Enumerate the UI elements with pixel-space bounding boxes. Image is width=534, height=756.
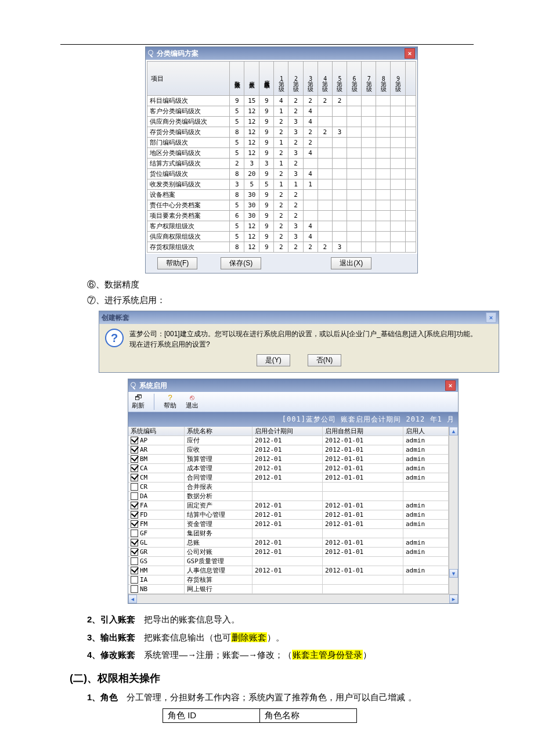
table-row: 责任中心分类档案530922 (147, 200, 416, 211)
section-heading: (二)、权限相关操作 (70, 671, 505, 685)
checkbox[interactable] (131, 557, 138, 565)
table-row: 存货分类编码级次812923223 (147, 127, 416, 138)
checkbox[interactable] (131, 465, 138, 472)
checkbox[interactable] (131, 492, 138, 500)
table-row: GL总账2012-012012-01-01admin (128, 538, 449, 548)
search-icon (148, 50, 155, 57)
exit-button[interactable]: 退出(X) (331, 257, 371, 269)
table-row: 项目要素分类档案630922 (147, 211, 416, 221)
table-row: 客户分类编码级次5129124 (147, 106, 416, 117)
table-row: 结算方式编码级次23312 (147, 159, 416, 169)
col-user: 启用人 (403, 427, 449, 436)
exit-button[interactable]: ⎋退出 (186, 394, 199, 410)
checkbox[interactable] (131, 548, 138, 556)
checkbox[interactable] (131, 455, 138, 463)
table-row: AP应付2012-012012-01-01admin (128, 436, 449, 445)
checkbox[interactable] (131, 502, 138, 509)
checkbox[interactable] (131, 576, 138, 584)
coding-scheme-window: 分类编码方案 × 项目 最大级数 最大长度 单级最大长度 第1级 第2级 第3级… (145, 46, 418, 273)
col-natdate: 启用自然日期 (323, 427, 403, 436)
close-icon[interactable]: × (445, 380, 456, 391)
table-row: DA数据分析 (128, 492, 449, 501)
table-row: BM预算管理2012-012012-01-01admin (128, 455, 449, 464)
table-row: 供应商权限组级次5129234 (147, 232, 416, 242)
dialog-message: 蓝梦公司：[001]建立成功。您可以现在进行系统启用的设置，或以后从[企业门户_… (129, 329, 477, 350)
table-row: FA固定资产2012-012012-01-01admin (128, 501, 449, 510)
help-button[interactable]: ?帮助 (164, 394, 176, 410)
scroll-left-icon[interactable]: ◄ (128, 595, 137, 603)
titlebar: 分类编码方案 × (146, 47, 417, 60)
col-max-levels: 最大级数 (230, 62, 244, 96)
checkbox[interactable] (131, 530, 138, 537)
col-max-length: 最大长度 (244, 62, 259, 96)
save-button[interactable]: 保存(S) (221, 257, 261, 269)
roles-table: 角色 ID角色名称 (163, 708, 357, 723)
close-icon[interactable]: × (405, 48, 415, 59)
bullet-6: ⑥、数据精度 (87, 279, 505, 290)
table-row: 地区分类编码级次5129234 (147, 148, 416, 159)
window-title: 系统启用 (139, 381, 167, 391)
table-row: 设备档案830922 (147, 190, 416, 200)
dialog-title: 创建帐套 (102, 313, 129, 323)
table-row: GF集团财务 (128, 529, 449, 538)
no-button[interactable]: 否(N) (308, 354, 342, 366)
checkbox[interactable] (131, 446, 138, 453)
table-row: CM合同管理2012-012012-01-01admin (128, 473, 449, 483)
table-row: FD结算中心管理2012-012012-01-01admin (128, 510, 449, 520)
button-row: 帮助(F) 保存(S) 退出(X) (146, 254, 417, 273)
checkbox[interactable] (131, 511, 138, 519)
search-icon (131, 382, 138, 389)
checkbox[interactable] (131, 474, 138, 481)
col-project: 项目 (147, 62, 230, 96)
table-row: 部门编码级次5129122 (147, 138, 416, 148)
table-row: GR公司对账2012-012012-01-01admin (128, 548, 449, 557)
table-row: CA成本管理2012-012012-01-01admin (128, 464, 449, 473)
checkbox[interactable] (131, 539, 138, 546)
table-row: CR合并报表 (128, 483, 449, 492)
subtitle: [001]蓝梦公司 账套启用会计期间 2012 年1 月 (128, 412, 458, 427)
table-row: GSGSP质量管理 (128, 557, 449, 566)
checkbox[interactable] (131, 520, 138, 528)
bullet-7: ⑦、进行系统启用： (87, 295, 505, 306)
table-row: 供应商分类编码级次5129234 (147, 117, 416, 127)
system-enable-window: 系统启用 × 🗗刷新 ?帮助 ⎋退出 [001]蓝梦公司 账套启用会计期间 20… (128, 379, 459, 604)
checkbox[interactable] (131, 483, 138, 491)
system-list: 系统编码 系统名称 启用会计期间 启用自然日期 启用人 AP应付2012-012… (128, 427, 449, 594)
table-row: 科目编码级次915942222 (147, 96, 416, 106)
table-row: 收发类别编码级次355111 (147, 179, 416, 190)
checkbox[interactable] (131, 437, 138, 444)
checkbox[interactable] (131, 585, 138, 593)
yes-button[interactable]: 是(Y) (257, 354, 290, 366)
toolbar: 🗗刷新 ?帮助 ⎋退出 (128, 392, 458, 412)
note-4: 4、修改账套 系统管理—→注册；账套—→修改；（账套主管身份登录） (87, 649, 505, 662)
scrollbar-horizontal[interactable]: ◄ ► (128, 594, 458, 603)
table-row: AR应收2012-012012-01-01admin (128, 445, 449, 455)
checkbox[interactable] (131, 567, 138, 574)
scroll-down-icon[interactable]: ▼ (449, 569, 458, 578)
close-icon[interactable]: × (486, 312, 496, 323)
question-icon: ? (105, 329, 124, 347)
table-row: NB网上银行 (128, 585, 449, 594)
note-2: 2、引入账套 把导出的账套信息导入。 (87, 613, 505, 627)
col-period: 启用会计期间 (252, 427, 323, 436)
confirm-dialog: 创建帐套 × ? 蓝梦公司：[001]建立成功。您可以现在进行系统启用的设置，或… (99, 311, 499, 373)
scroll-right-icon[interactable]: ► (449, 595, 458, 603)
table-row: HM人事信息管理2012-012012-01-01admin (128, 566, 449, 575)
refresh-button[interactable]: 🗗刷新 (132, 394, 145, 410)
role-note: 1、角色 分工管理，分担财务工作内容；系统内置了推荐角色，用户可以自己增减 。 (87, 691, 505, 704)
scrollbar-vertical[interactable]: ▲ ▼ (449, 427, 458, 594)
help-icon: ? (168, 394, 172, 401)
col-code: 系统编码 (128, 427, 185, 436)
table-row: 客户权限组级次5129234 (147, 221, 416, 232)
table-row: FM资金管理2012-012012-01-01admin (128, 520, 449, 529)
refresh-icon: 🗗 (135, 394, 142, 401)
col-single-max: 单级最大长度 (259, 62, 274, 96)
help-button[interactable]: 帮助(F) (157, 257, 197, 269)
col-name: 系统名称 (185, 427, 252, 436)
exit-icon: ⎋ (190, 394, 194, 401)
scroll-up-icon[interactable]: ▲ (449, 427, 458, 435)
col-role-name: 角色名称 (260, 709, 357, 723)
table-row: IA存货核算 (128, 575, 449, 585)
table-row: 存货权限组级次812922223 (147, 242, 416, 253)
note-3: 3、输出账套 把账套信息输出（也可删除账套）。 (87, 631, 505, 645)
